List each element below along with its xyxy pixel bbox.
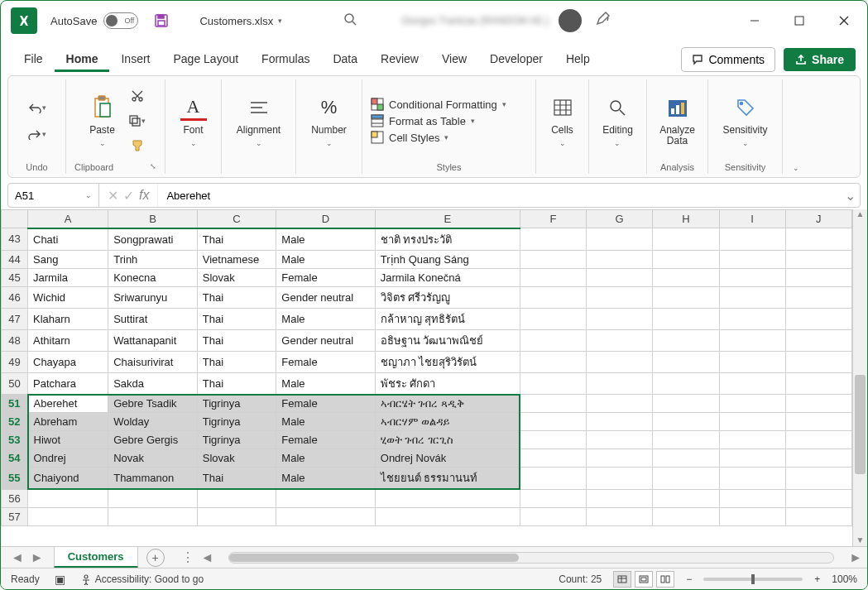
cell[interactable] <box>719 449 785 468</box>
select-all-corner[interactable] <box>2 210 28 228</box>
cell[interactable] <box>785 507 851 525</box>
tab-strip-handle[interactable]: ⋮ <box>180 549 196 565</box>
sheet-nav-prev[interactable]: ◄ <box>11 550 24 565</box>
column-header[interactable]: A <box>28 210 108 228</box>
cell[interactable]: Male <box>276 413 375 431</box>
cell[interactable] <box>653 489 719 507</box>
cell[interactable] <box>520 507 586 525</box>
tab-help[interactable]: Help <box>554 46 602 72</box>
cell[interactable] <box>197 507 276 525</box>
cell[interactable] <box>719 286 785 308</box>
zoom-level[interactable]: 100% <box>832 573 857 585</box>
cell[interactable] <box>587 507 653 525</box>
cell[interactable] <box>653 268 719 286</box>
name-box[interactable]: A51 ⌄ <box>8 184 99 207</box>
cell[interactable] <box>520 431 586 449</box>
formula-bar-expand[interactable]: ⌄ <box>840 188 860 204</box>
number-dropdown[interactable]: % Number⌄ <box>306 93 352 149</box>
cell[interactable] <box>276 489 375 507</box>
cell[interactable] <box>520 250 586 268</box>
cell[interactable] <box>653 308 719 329</box>
cell[interactable] <box>28 489 108 507</box>
undo-button[interactable]: ▾ <box>27 98 46 118</box>
cell[interactable] <box>719 431 785 449</box>
minimize-button[interactable] <box>736 2 773 39</box>
zoom-slider[interactable] <box>703 578 803 581</box>
cell[interactable] <box>653 372 719 395</box>
cell[interactable]: Thai <box>197 308 276 329</box>
cell[interactable]: วิจิตร ศรีวรัญญู <box>375 286 520 308</box>
cell[interactable] <box>587 329 653 351</box>
cell[interactable] <box>785 468 851 490</box>
cell[interactable]: อธิษฐาน วัฒนาพณิชย์ <box>375 329 520 351</box>
share-button[interactable]: Share <box>784 48 856 71</box>
accept-formula-icon[interactable]: ✓ <box>123 188 134 204</box>
cell[interactable] <box>197 489 276 507</box>
cell[interactable]: Thai <box>197 468 276 490</box>
cell[interactable]: Female <box>276 351 375 372</box>
cell[interactable]: Male <box>276 468 375 490</box>
cell[interactable]: Ondrej <box>28 449 108 468</box>
comments-button[interactable]: Comments <box>681 47 775 72</box>
cell[interactable]: Abreham <box>28 413 108 431</box>
row-header[interactable]: 44 <box>2 250 28 268</box>
cell[interactable] <box>520 413 586 431</box>
cell[interactable] <box>587 308 653 329</box>
page-layout-view-button[interactable] <box>635 571 653 588</box>
cell[interactable]: Female <box>276 395 375 413</box>
accessibility-status[interactable]: Accessibility: Good to go <box>80 573 204 585</box>
cell[interactable]: Sakda <box>108 372 198 395</box>
cell[interactable] <box>785 308 851 329</box>
cell[interactable] <box>653 449 719 468</box>
cell[interactable] <box>653 468 719 490</box>
cell[interactable] <box>587 372 653 395</box>
cell[interactable]: Wattanapanit <box>108 329 198 351</box>
cell[interactable]: Trịnh Quang Sáng <box>375 250 520 268</box>
cell[interactable]: Male <box>276 228 375 251</box>
cell[interactable] <box>653 507 719 525</box>
cell[interactable] <box>719 395 785 413</box>
row-header[interactable]: 57 <box>2 507 28 525</box>
cell[interactable] <box>785 449 851 468</box>
cell[interactable]: ชาติ ทรงประวัติ <box>375 228 520 251</box>
cell[interactable] <box>587 286 653 308</box>
cell[interactable]: Thai <box>197 286 276 308</box>
cell[interactable] <box>520 268 586 286</box>
cell[interactable]: Slovak <box>197 449 276 468</box>
cell[interactable]: Jarmila Konečná <box>375 268 520 286</box>
cell[interactable] <box>520 489 586 507</box>
font-dropdown[interactable]: A Font⌄ <box>175 93 212 149</box>
filename[interactable]: Customers.xlsx ▾ <box>199 15 282 27</box>
cell[interactable] <box>719 268 785 286</box>
redo-button[interactable]: ▾ <box>27 124 46 144</box>
cell[interactable] <box>785 372 851 395</box>
tab-data[interactable]: Data <box>321 46 369 72</box>
cut-button[interactable] <box>127 86 147 106</box>
cell[interactable]: Slovak <box>197 268 276 286</box>
cells-dropdown[interactable]: Cells⌄ <box>544 93 581 149</box>
cell[interactable]: Tigrinya <box>197 413 276 431</box>
column-header[interactable]: H <box>653 210 719 228</box>
add-sheet-button[interactable]: + <box>146 549 165 567</box>
cell[interactable]: Gender neutral <box>276 286 375 308</box>
cell[interactable] <box>587 268 653 286</box>
cell[interactable] <box>653 351 719 372</box>
cell[interactable] <box>785 329 851 351</box>
row-header[interactable]: 43 <box>2 228 28 251</box>
cell[interactable] <box>719 351 785 372</box>
format-as-table-button[interactable]: Format as Table▾ <box>371 114 475 127</box>
cell[interactable] <box>587 413 653 431</box>
tab-formulas[interactable]: Formulas <box>250 46 321 72</box>
row-header[interactable]: 49 <box>2 351 28 372</box>
tab-file[interactable]: File <box>12 46 55 72</box>
sensitivity-dropdown[interactable]: Sensitivity⌄ <box>717 93 772 149</box>
row-header[interactable]: 51 <box>2 395 28 413</box>
cell[interactable] <box>108 489 198 507</box>
editing-mode-icon[interactable] <box>595 12 610 30</box>
fx-icon[interactable]: fx <box>139 188 149 203</box>
analyze-data-button[interactable]: Analyze Data <box>655 94 700 148</box>
cell[interactable]: Thai <box>197 351 276 372</box>
cell-styles-button[interactable]: Cell Styles▾ <box>371 131 448 144</box>
column-header[interactable]: C <box>197 210 276 228</box>
cell[interactable]: Suttirat <box>108 308 198 329</box>
